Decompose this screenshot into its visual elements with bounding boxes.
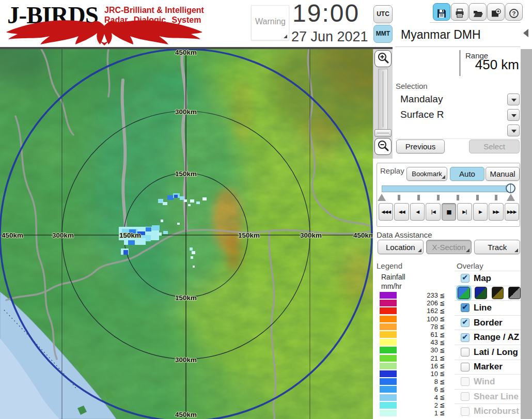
range-label-450km: 450km (175, 411, 197, 418)
overlay-row-map: Map (455, 271, 521, 286)
open-folder-button[interactable] (469, 3, 487, 21)
rain-color-swatch (380, 339, 397, 346)
timeline-end-marker[interactable] (507, 194, 515, 201)
timeline-tick (437, 195, 440, 200)
manual-replay-button[interactable]: Manual (486, 167, 520, 181)
overlay-list: MapLineBorderRange / AZLati / LongMarker… (455, 271, 521, 418)
precip-cell (184, 199, 187, 202)
lte-symbol: ≦ (440, 292, 447, 299)
collapse-panel-arrow-icon[interactable] (523, 29, 528, 37)
overlay-item-label: Lati / Long (474, 347, 518, 358)
overlay-row-shear-line: Shear Line (455, 389, 521, 404)
zoom-in-button[interactable] (374, 50, 392, 67)
print-icon (455, 8, 465, 19)
map-style-navy-darkgreen-icon[interactable] (475, 287, 487, 299)
range-az-checkbox[interactable] (461, 333, 470, 342)
zoom-slider-track[interactable] (378, 69, 388, 130)
replay-timeline-handle[interactable] (506, 183, 515, 193)
zoom-in-icon (377, 52, 389, 64)
svg-text:?: ? (512, 10, 515, 17)
legend-row: 16≦ (380, 362, 447, 370)
select-button[interactable]: Select (469, 139, 520, 153)
legend-row: 78≦ (380, 323, 447, 331)
save-button[interactable] (433, 3, 450, 21)
bookmark-button[interactable]: Bookmark (406, 167, 447, 181)
precip-cell (193, 266, 195, 268)
rain-threshold-value: 78 (397, 323, 440, 331)
zoom-slider-handle[interactable] (374, 129, 392, 137)
play-button[interactable]: ▶ (473, 203, 488, 221)
rain-color-swatch (380, 355, 397, 362)
utc-timezone-button[interactable]: UTC (373, 5, 393, 23)
overlay-item-label: Marker (474, 362, 503, 372)
precip-cell (163, 231, 168, 234)
marker-checkbox[interactable] (461, 363, 470, 371)
rain-threshold-value: 61 (397, 331, 440, 338)
range-label-150km: 150km (175, 170, 197, 178)
chevron-down-icon[interactable] (507, 94, 520, 105)
lte-symbol: ≦ (440, 354, 447, 362)
chevron-down-icon[interactable] (507, 109, 520, 121)
overlay-item-label: Range / AZ (474, 332, 519, 343)
mmt-timezone-button[interactable]: MMT (373, 25, 393, 43)
lte-symbol: ≦ (440, 323, 447, 330)
overlay-row-range-az: Range / AZ (455, 330, 521, 345)
rain-threshold-value: 16 (397, 362, 440, 370)
site-dropdown-value: Mandalay (400, 94, 443, 105)
precip-cell (192, 251, 195, 254)
play-reverse-button[interactable]: ◀ (410, 203, 425, 221)
rain-threshold-value: 233 (397, 291, 440, 299)
stop-button[interactable]: ■ (442, 203, 456, 221)
step-forward-button[interactable]: ▶| (457, 203, 472, 221)
data-assistance-buttons: LocationX-SectionTrack (378, 240, 520, 254)
radar-map[interactable]: 450km300km150km150km300km450km450km300km… (0, 49, 373, 419)
map-style-black-olive-icon[interactable] (492, 287, 504, 299)
line-checkbox[interactable] (461, 303, 470, 312)
chevron-down-icon[interactable] (507, 125, 520, 136)
timeline-tick (476, 195, 479, 200)
lati-long-checkbox[interactable] (461, 348, 470, 356)
fast-rewind-button[interactable]: ◀◀ (394, 203, 409, 221)
divider (430, 22, 521, 23)
divider (395, 46, 520, 47)
help-button[interactable]: ? (505, 3, 523, 21)
replay-timeline-track[interactable] (382, 185, 511, 192)
track-button[interactable]: Track (474, 240, 520, 254)
site-dropdown[interactable]: Mandalay (395, 92, 521, 108)
jump-to-start-button[interactable]: ◀◀◀ (379, 203, 393, 221)
print-button[interactable] (451, 3, 468, 21)
map-style-black-gray-icon[interactable] (508, 287, 521, 299)
rain-color-swatch (380, 307, 397, 314)
step-back-button[interactable]: |◀ (426, 203, 440, 221)
window-edge-strip (521, 49, 532, 419)
lte-symbol: ≦ (440, 394, 447, 401)
legend-row: 30≦ (380, 346, 447, 354)
product-dropdown[interactable]: Surface R (395, 107, 521, 123)
range-label-300km: 300km (175, 108, 197, 116)
clock-time: 19:00 (292, 0, 359, 27)
zoom-out-button[interactable] (374, 138, 392, 155)
range-label-150km: 150km (119, 231, 141, 239)
fast-forward-button[interactable]: ▶▶ (489, 203, 503, 221)
x-section-button[interactable]: X-Section (426, 240, 472, 254)
rain-color-swatch (380, 316, 397, 322)
rain-threshold-value: 21 (397, 354, 440, 362)
warning-button[interactable]: Warning (251, 5, 289, 40)
border-checkbox[interactable] (461, 318, 470, 327)
auto-replay-button[interactable]: Auto (450, 167, 484, 181)
range-label-150km: 150km (175, 294, 197, 302)
legend-row: 206≦ (380, 299, 447, 307)
rain-color-swatch (380, 292, 397, 299)
legend-row: 1≦ (380, 409, 447, 417)
lte-symbol: ≦ (440, 347, 447, 354)
option-dropdown[interactable] (395, 123, 521, 139)
timeline-start-marker[interactable] (378, 194, 386, 201)
range-label-450km: 450km (2, 231, 23, 239)
map-style-blue-green-icon[interactable] (458, 287, 470, 299)
map-checkbox[interactable] (461, 274, 470, 283)
previous-button[interactable]: Previous (396, 139, 445, 153)
overlay-item-label: Microburst (474, 406, 519, 416)
location-button[interactable]: Location (378, 240, 424, 254)
capture-button[interactable] (487, 3, 505, 21)
jump-to-end-button[interactable]: ▶▶▶ (505, 203, 519, 221)
